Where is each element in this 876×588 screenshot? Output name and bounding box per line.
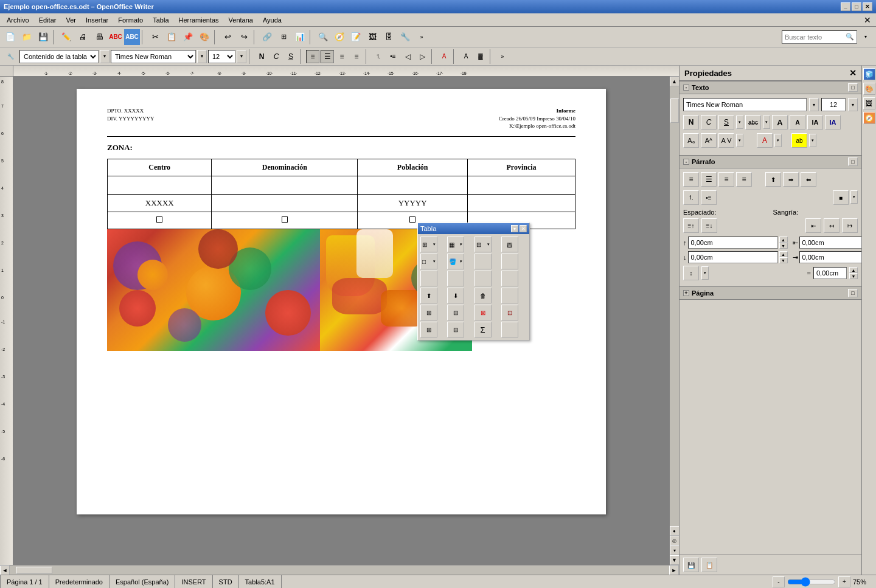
- props-font-dropdown-arrow[interactable]: ▾: [809, 98, 819, 111]
- underline-button[interactable]: S: [284, 50, 297, 63]
- h-scroll-thumb[interactable]: [16, 567, 52, 574]
- props-font-input[interactable]: [683, 98, 807, 111]
- spacing-top-input[interactable]: [688, 237, 778, 249]
- tt-insert-table-btn[interactable]: ⊞▾: [420, 237, 437, 252]
- menu-ventana[interactable]: Ventana: [224, 15, 257, 26]
- para-background-btn[interactable]: ■: [833, 190, 849, 205]
- para-align-center[interactable]: ☰: [701, 172, 717, 187]
- paste-button[interactable]: 📌: [180, 29, 196, 45]
- size-dropdown-arrow[interactable]: ▾: [237, 50, 246, 63]
- para-num-list[interactable]: ⒈: [683, 190, 699, 205]
- scroll-thumb[interactable]: [670, 99, 679, 123]
- tabla-toolbar-minimize[interactable]: ▾: [511, 225, 518, 232]
- close-button[interactable]: ✕: [863, 2, 872, 11]
- props-size-dropdown-arrow[interactable]: ▾: [848, 98, 858, 111]
- para-align-justify[interactable]: ≡: [736, 172, 752, 187]
- more-button[interactable]: »: [414, 29, 429, 45]
- props-strikethrough-btn[interactable]: abc: [745, 115, 761, 130]
- props-bottom-btn2[interactable]: 📋: [701, 558, 717, 572]
- indent-last-input[interactable]: [813, 267, 847, 279]
- print-preview-button[interactable]: 🖨: [75, 29, 91, 45]
- titlebar-buttons[interactable]: _ □ ✕: [841, 2, 872, 11]
- new-button[interactable]: 📄: [2, 29, 18, 45]
- zoom-in-button[interactable]: +: [838, 576, 850, 587]
- props-char-space-btn[interactable]: A V: [718, 133, 734, 148]
- spin-down3[interactable]: ▼: [779, 257, 788, 263]
- style-dropdown-arrow[interactable]: ▾: [100, 50, 109, 63]
- menu-ver[interactable]: Ver: [61, 15, 80, 26]
- indent-last-spin[interactable]: ▲ ▼: [849, 267, 858, 279]
- cell-empty4[interactable]: [468, 194, 575, 212]
- props-italic-btn[interactable]: C: [701, 115, 717, 130]
- spin-down[interactable]: ▼: [779, 243, 788, 249]
- more2-button[interactable]: »: [496, 50, 509, 63]
- para-align-right[interactable]: ≡: [718, 172, 734, 187]
- props-superscript-btn[interactable]: IA: [807, 115, 823, 130]
- props-underline-btn[interactable]: S: [718, 115, 734, 130]
- sangria-right-input[interactable]: [799, 251, 862, 263]
- menu-ayuda[interactable]: Ayuda: [259, 15, 286, 26]
- scroll-circle-up[interactable]: ●: [670, 526, 680, 536]
- vertical-scrollbar[interactable]: ▲ ● ◎ ▾ ▼: [669, 77, 679, 565]
- cell-yyyyy[interactable]: YYYYY: [358, 194, 468, 212]
- redo-button[interactable]: ↪: [236, 29, 252, 45]
- texto-section-header[interactable]: - Texto □: [680, 81, 861, 94]
- tt-table-opt3[interactable]: ⊠: [474, 305, 492, 320]
- menu-insertar[interactable]: Insertar: [82, 15, 113, 26]
- texto-section-btn[interactable]: □: [848, 83, 858, 92]
- parrafo-expand-icon[interactable]: -: [683, 159, 689, 165]
- props-highlight-arrow[interactable]: ▾: [809, 134, 816, 147]
- open-button[interactable]: 📁: [19, 29, 35, 45]
- texto-expand-icon[interactable]: -: [683, 85, 689, 91]
- table-button[interactable]: ⊞: [276, 29, 291, 45]
- tt-table-func2[interactable]: ⊟: [447, 322, 464, 337]
- tt-paint-btn[interactable]: 🪣▾: [447, 254, 464, 269]
- tabla-toolbar-header-btns[interactable]: ▾ ✕: [511, 225, 527, 232]
- scroll-left-button[interactable]: ◄: [0, 566, 10, 575]
- tt-table-opt1[interactable]: ⊞: [420, 305, 437, 320]
- props-aa-small-btn[interactable]: Aₐ: [683, 133, 699, 148]
- spacing-bottom-input[interactable]: [688, 251, 778, 263]
- scroll-right-button[interactable]: ►: [669, 566, 679, 575]
- spacing-above-icon[interactable]: ≡↑: [683, 218, 699, 233]
- spell2-button[interactable]: ABC: [124, 29, 140, 45]
- tools2-button[interactable]: 🔧: [397, 29, 413, 45]
- find-button[interactable]: 🔍: [315, 29, 331, 45]
- checkbox-2[interactable]: [282, 216, 288, 223]
- save-button[interactable]: 💾: [35, 29, 51, 45]
- list-num-button[interactable]: ⒈: [372, 50, 385, 63]
- spacing-bottom-spin[interactable]: ▲ ▼: [779, 251, 788, 263]
- zoom-out-button[interactable]: -: [773, 576, 785, 587]
- cell-xxxxx[interactable]: XXXXX: [108, 194, 212, 212]
- tt-insert-row-before[interactable]: ⬆: [420, 288, 437, 303]
- gallery-button[interactable]: 🖼: [364, 29, 380, 45]
- para-align-left[interactable]: ≡: [683, 172, 699, 187]
- italic-button[interactable]: C: [269, 50, 283, 63]
- cut-button[interactable]: ✂: [147, 29, 163, 45]
- search-box[interactable]: 🔍: [782, 30, 857, 44]
- tt-table-opt4[interactable]: ⊡: [501, 305, 518, 320]
- pagina-expand-icon[interactable]: +: [683, 290, 689, 296]
- props-size-input[interactable]: [821, 98, 846, 111]
- props-highlight-btn[interactable]: ab: [791, 133, 807, 148]
- sangria-left-input[interactable]: [799, 237, 862, 249]
- search-dropdown[interactable]: ▾: [858, 29, 874, 45]
- print-button[interactable]: 🖶: [91, 29, 107, 45]
- align-right-button[interactable]: ≡: [335, 50, 349, 63]
- navigator-button[interactable]: 🧭: [332, 29, 347, 45]
- cell-1-2[interactable]: [212, 176, 358, 194]
- minimize-button[interactable]: _: [841, 2, 850, 11]
- chart-button[interactable]: 📊: [292, 29, 308, 45]
- zoom-slider[interactable]: [787, 577, 836, 587]
- scroll-down-button[interactable]: ▼: [670, 555, 680, 565]
- scroll-circle-down[interactable]: ▾: [670, 545, 680, 555]
- spacing-top-spin[interactable]: ▲ ▼: [779, 237, 788, 249]
- cell-1-3[interactable]: [358, 176, 468, 194]
- para-indent-more[interactable]: ⬆: [765, 172, 781, 187]
- props-char-space-arrow[interactable]: ▾: [736, 134, 743, 147]
- align-left-button[interactable]: ≡: [306, 50, 319, 63]
- line-spacing-arrow[interactable]: ▾: [701, 266, 709, 280]
- props-subscript-btn[interactable]: IA: [825, 115, 841, 130]
- para-indent-right[interactable]: ➡: [783, 172, 799, 187]
- spin-up5[interactable]: ▲: [849, 267, 858, 273]
